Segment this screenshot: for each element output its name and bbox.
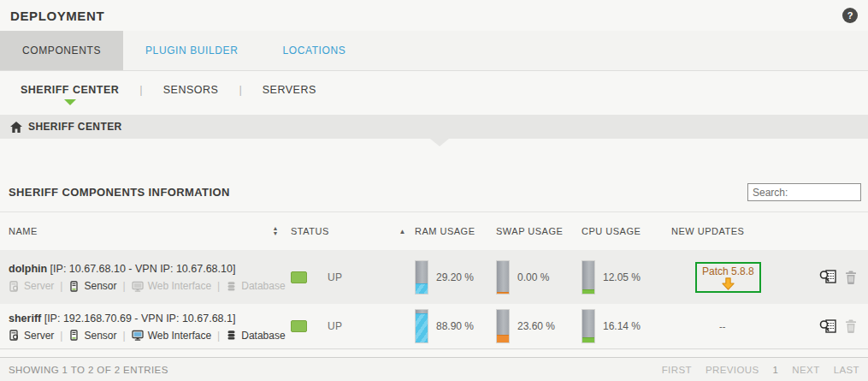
cpu-usage-cell: 16.14 % [582, 309, 671, 343]
status-up-indicator [291, 271, 307, 283]
swap-gauge [496, 309, 510, 343]
sensor-icon [68, 281, 80, 292]
deployment-page: DEPLOYMENT ? COMPONENTS PLUGIN BUILDER L… [0, 0, 868, 381]
cpu-usage-cell: 12.05 % [582, 260, 671, 295]
patch-label: Patch 5.8.8 [702, 265, 754, 277]
status-cell: UP [291, 271, 415, 283]
subnav-separator: | [139, 83, 142, 96]
trash-icon [845, 271, 857, 284]
tab-bar: COMPONENTS PLUGIN BUILDER LOCATIONS [0, 31, 868, 71]
tab-locations[interactable]: LOCATIONS [260, 31, 368, 70]
name-cell: dolphin [IP: 10.67.68.10 - VPN IP: 10.67… [9, 256, 291, 298]
subcomponent-database: Database [226, 280, 285, 292]
breadcrumb[interactable]: SHERIFF CENTER [0, 115, 868, 139]
new-updates-cell: Patch 5.8.8 [671, 262, 812, 293]
database-icon [226, 330, 237, 341]
subnav-item-sheriff-center[interactable]: SHERIFF CENTER [21, 84, 119, 96]
column-header-swap[interactable]: SWAP USAGE [496, 226, 582, 236]
ram-gauge [415, 260, 428, 295]
table-row: dolphin [IP: 10.67.68.10 - VPN IP: 10.67… [0, 250, 868, 304]
status-label: UP [328, 320, 342, 332]
pagination-next[interactable]: NEXT [792, 365, 819, 375]
column-header-name[interactable]: NAME ▲▼ [9, 226, 291, 236]
ram-gauge [415, 309, 428, 343]
subcomponent-server[interactable]: Server [9, 330, 54, 342]
active-section-caret-icon [64, 99, 76, 105]
pagination-last[interactable]: LAST [834, 365, 859, 375]
sort-asc-icon: ▲ [399, 228, 406, 235]
table-header-row: NAME ▲▼ STATUS ▲ RAM USAGE SWAP USAGE CP… [0, 212, 868, 250]
no-updates-label: -- [719, 321, 725, 331]
delete-button[interactable] [845, 271, 857, 284]
column-header-new-updates[interactable]: NEW UPDATES [671, 226, 812, 236]
ram-usage-value: 88.90 % [436, 320, 474, 332]
pagination-first[interactable]: FIRST [662, 365, 692, 375]
subcomponent-database[interactable]: Database [226, 330, 285, 342]
view-details-button[interactable] [819, 319, 837, 334]
inspect-icon [819, 270, 837, 284]
trash-icon [845, 319, 857, 333]
subnav-item-sensors[interactable]: SENSORS [163, 84, 219, 96]
tab-components[interactable]: COMPONENTS [0, 31, 123, 70]
tab-plugin-builder[interactable]: PLUGIN BUILDER [123, 31, 260, 70]
sort-icon: ▲▼ [273, 226, 279, 236]
pagination: FIRST PREVIOUS 1 NEXT LAST [662, 365, 859, 375]
subcomponent-list: Server | Sensor | [9, 280, 291, 292]
status-cell: UP [291, 320, 415, 332]
server-icon [9, 330, 20, 341]
swap-usage-value: 0.00 % [517, 271, 549, 283]
column-header-status[interactable]: STATUS ▲ [291, 226, 415, 236]
new-updates-cell: -- [671, 321, 812, 331]
subcomponent-sensor[interactable]: Sensor [68, 330, 116, 342]
components-table: NAME ▲▼ STATUS ▲ RAM USAGE SWAP USAGE CP… [0, 211, 868, 349]
subcomponent-web-interface[interactable]: Web Interface [132, 330, 211, 342]
cpu-usage-value: 12.05 % [603, 271, 641, 283]
server-icon [9, 281, 20, 292]
breadcrumb-notch [430, 139, 449, 146]
actions-cell [812, 319, 868, 334]
column-header-ram[interactable]: RAM USAGE [415, 226, 496, 236]
column-header-cpu[interactable]: CPU USAGE [582, 226, 671, 236]
subnav-separator: | [239, 83, 241, 96]
search-input[interactable] [747, 183, 861, 201]
swap-usage-value: 23.60 % [517, 320, 555, 332]
name-cell: sheriff [IP: 192.168.70.69 - VPN IP: 10.… [9, 306, 291, 348]
subnav-item-servers[interactable]: SERVERS [263, 84, 316, 96]
component-name: dolphin [IP: 10.67.68.10 - VPN IP: 10.67… [9, 263, 291, 275]
breadcrumb-label: SHERIFF CENTER [28, 121, 122, 133]
pagination-previous[interactable]: PREVIOUS [706, 365, 759, 375]
subcomponent-web-interface: Web Interface [132, 280, 211, 292]
sensor-icon [68, 330, 80, 341]
component-name: sheriff [IP: 192.168.70.69 - VPN IP: 10.… [9, 313, 291, 324]
subcomponent-sensor[interactable]: Sensor [68, 280, 116, 292]
sub-navigation: SHERIFF CENTER | SENSORS | SERVERS [0, 71, 868, 110]
swap-usage-cell: 23.60 % [496, 309, 582, 343]
cpu-gauge [582, 309, 595, 343]
status-up-indicator [291, 320, 307, 332]
help-icon[interactable]: ? [842, 8, 858, 23]
component-ip-detail: [IP: 10.67.68.10 - VPN IP: 10.67.68.10] [47, 263, 235, 275]
subnav-sheriff-center-label: SHERIFF CENTER [21, 84, 119, 96]
table-footer: SHOWING 1 TO 2 OF 2 ENTRIES FIRST PREVIO… [0, 357, 868, 381]
subcomponent-server: Server [9, 280, 54, 292]
component-ip-detail: [IP: 192.168.70.69 - VPN IP: 10.67.68.1] [41, 313, 235, 324]
cpu-usage-value: 16.14 % [603, 320, 641, 332]
component-hostname: sheriff [9, 313, 41, 324]
page-header: DEPLOYMENT ? [0, 0, 868, 31]
entries-summary: SHOWING 1 TO 2 OF 2 ENTRIES [9, 365, 168, 375]
database-icon [226, 281, 237, 292]
section-title: SHERIFF COMPONENTS INFORMATION [9, 186, 230, 199]
actions-cell [812, 270, 868, 284]
delete-button[interactable] [845, 319, 857, 333]
column-header-name-label: NAME [9, 226, 38, 236]
cpu-gauge [582, 260, 595, 295]
ram-usage-cell: 29.20 % [415, 260, 496, 295]
monitor-icon [132, 330, 144, 341]
patch-download-button[interactable]: Patch 5.8.8 [695, 262, 761, 293]
view-details-button[interactable] [819, 270, 837, 284]
component-hostname: dolphin [9, 263, 47, 275]
home-icon [10, 122, 22, 133]
breadcrumb-wrap: SHERIFF CENTER [0, 115, 868, 139]
page-title: DEPLOYMENT [10, 9, 104, 23]
pagination-page-1[interactable]: 1 [773, 365, 779, 375]
